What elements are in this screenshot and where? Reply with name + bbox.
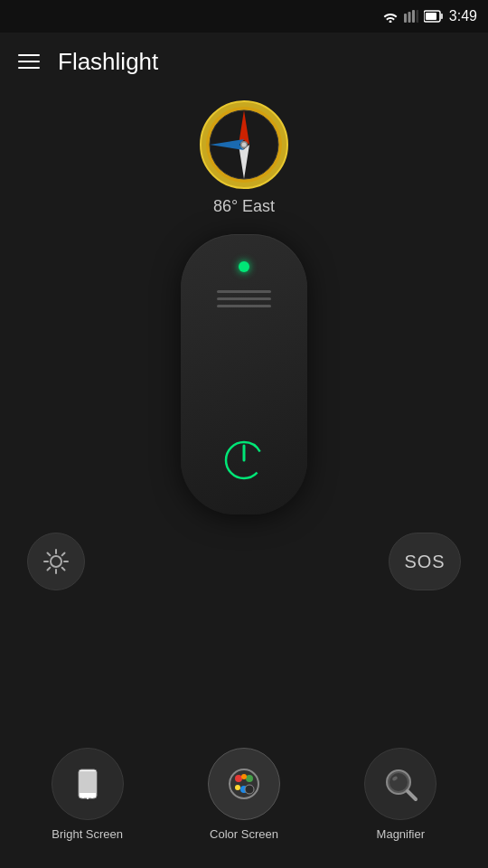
status-time: 3:49 [449,8,477,24]
compass-section: 86° East [0,99,488,216]
grill-line [217,297,271,300]
magnifier-icon-circle [364,748,436,820]
svg-line-23 [62,568,65,571]
grill-line [217,305,271,307]
svg-point-38 [245,785,254,794]
device-section [0,234,488,514]
svg-point-32 [235,775,242,782]
nav-item-color-screen[interactable]: Color Screen [165,748,322,841]
svg-line-25 [48,568,51,571]
svg-point-37 [241,774,247,779]
app-header: Flashlight [0,33,488,90]
status-icons: 3:49 [382,8,477,24]
menu-button[interactable] [18,54,40,69]
svg-point-31 [230,769,258,798]
wifi-icon [382,10,399,23]
bright-screen-icon [70,766,106,802]
magnifier-label: Magnifier [377,827,425,841]
device-top [217,261,271,307]
compass-direction: 86° East [213,197,275,216]
power-button[interactable] [221,438,267,483]
brightness-icon [42,548,70,575]
svg-line-22 [48,553,51,556]
signal-icon [404,10,418,23]
nav-item-magnifier[interactable]: Magnifier [323,748,479,841]
bottom-navigation: Bright Screen Color Screen [0,748,488,868]
sos-button[interactable]: SOS [389,533,461,590]
bright-screen-icon-circle [52,748,124,820]
power-icon [224,440,264,480]
compass-display [199,99,289,190]
status-bar: 3:49 [0,0,488,33]
svg-rect-5 [426,13,436,20]
svg-point-14 [242,143,247,147]
svg-rect-1 [408,12,410,23]
app-title: Flashlight [58,48,158,76]
svg-point-35 [235,785,240,790]
svg-point-17 [51,556,61,567]
svg-line-24 [62,553,65,556]
bright-screen-label: Bright Screen [52,827,123,841]
color-screen-icon [224,764,264,804]
status-indicator [239,261,249,272]
svg-rect-6 [440,14,443,19]
svg-point-40 [389,773,408,791]
nav-item-bright-screen[interactable]: Bright Screen [9,748,165,841]
svg-rect-3 [416,10,418,23]
grill-line [217,290,271,293]
svg-point-33 [246,775,253,782]
color-screen-label: Color Screen [210,827,278,841]
svg-rect-27 [80,771,96,793]
magnifier-icon [381,765,419,803]
brightness-button[interactable] [27,533,85,590]
battery-icon [424,10,444,23]
side-controls: SOS [0,533,488,590]
color-screen-icon-circle [208,748,280,820]
flashlight-device [181,234,307,514]
svg-rect-2 [412,10,415,23]
svg-line-42 [408,791,416,799]
compass-svg [199,99,289,190]
sos-label: SOS [404,552,445,572]
device-grill [217,290,271,307]
svg-rect-0 [404,14,407,23]
